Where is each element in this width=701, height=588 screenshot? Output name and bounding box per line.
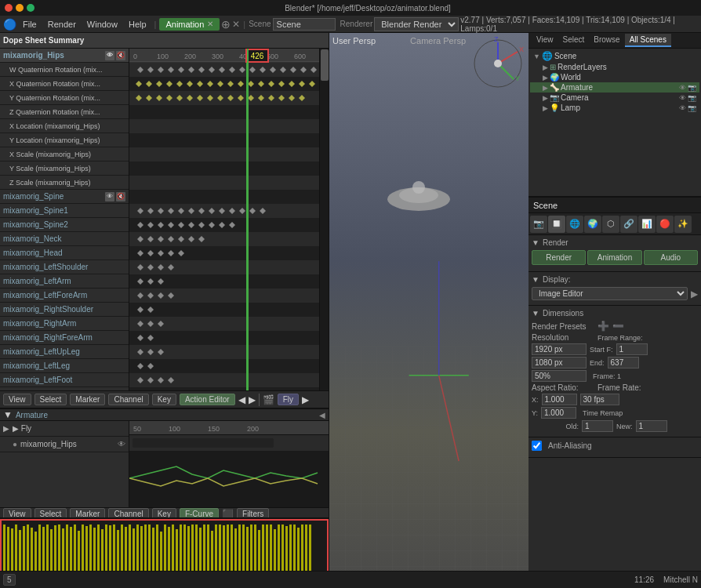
fly-btn[interactable]: Fly: [278, 394, 299, 405]
props-tab-data[interactable]: 📊: [638, 216, 656, 233]
nla-track-fly[interactable]: [129, 435, 329, 451]
ds-marker-btn[interactable]: Marker: [70, 394, 105, 405]
preset-add-icon[interactable]: ➕: [597, 321, 609, 332]
ae-next-icon[interactable]: ▶: [249, 394, 256, 405]
add-workspace-icon[interactable]: ⊕: [221, 18, 231, 31]
nla-tracks[interactable]: 50 100 150 200: [129, 421, 329, 507]
close-workspace-icon[interactable]: ✕: [232, 19, 240, 30]
props-tab-particles[interactable]: ✨: [674, 216, 692, 233]
menu-render[interactable]: Render: [43, 18, 81, 31]
animation-btn[interactable]: Animation: [587, 250, 641, 265]
blender-icon[interactable]: 🔵: [3, 18, 16, 31]
preset-remove-icon[interactable]: ➖: [612, 321, 624, 332]
tree-armature[interactable]: ▶ 🦴 Armature 👁 📷: [530, 82, 699, 93]
vis2-icon[interactable]: 👁: [105, 192, 114, 201]
ds-row-leftfoot[interactable]: mixamorig_LeftFoot: [0, 373, 129, 387]
fly-expand-icon[interactable]: ▶: [302, 394, 309, 405]
otab-browse[interactable]: Browse: [589, 34, 624, 47]
ds-row-spine[interactable]: mixamorig_Spine 👁 🔇: [0, 190, 129, 204]
otab-view[interactable]: View: [532, 34, 558, 47]
camera-render-icon[interactable]: 📷: [688, 94, 696, 102]
camera-vis-icon[interactable]: 👁: [679, 94, 686, 102]
ds-select-btn[interactable]: Select: [35, 394, 67, 405]
new-input[interactable]: [636, 420, 667, 432]
frame-end-input[interactable]: [608, 357, 639, 368]
scrollbar-thumb[interactable]: [321, 49, 329, 81]
ds-view-btn[interactable]: View: [3, 394, 31, 405]
res-y-input[interactable]: [532, 357, 587, 368]
aa-checkbox[interactable]: [532, 441, 542, 451]
props-tab-render[interactable]: 🔲: [548, 216, 565, 233]
nla-vis-icon[interactable]: 👁: [118, 440, 125, 448]
frame-indicator-box[interactable]: 426: [245, 49, 269, 63]
ae-prev-icon[interactable]: ◀: [238, 394, 245, 405]
ds-key-btn[interactable]: Key: [152, 394, 176, 405]
version-btn[interactable]: 5: [3, 574, 16, 586]
ds-row-leftforearm[interactable]: mixamorig_LeftForeArm: [0, 289, 129, 303]
nla-row-fly[interactable]: ▶ ▶ Fly: [0, 421, 129, 437]
nla-expand-icon[interactable]: ▼: [3, 409, 13, 420]
lamp-vis-icon[interactable]: 👁: [679, 104, 686, 112]
lamp-render-icon[interactable]: 📷: [688, 104, 696, 112]
props-tab-camera[interactable]: 📷: [530, 216, 547, 233]
fcurve-area[interactable]: [129, 451, 329, 507]
viewport-3d[interactable]: X Y Z User Persp Camera Persp (426) Arma…: [329, 33, 528, 588]
res-x-input[interactable]: [532, 343, 587, 355]
res-pct-input[interactable]: [532, 370, 587, 382]
tree-scene[interactable]: ▼ 🌐 Scene: [530, 50, 699, 62]
window-controls[interactable]: [5, 4, 35, 12]
aa-title[interactable]: Anti-Aliasing: [532, 441, 698, 451]
menu-help[interactable]: Help: [124, 18, 151, 31]
tree-camera[interactable]: ▶ 📷 Camera 👁 📷: [530, 93, 699, 103]
dopesheet-scrollbar[interactable]: [319, 49, 329, 390]
tree-world[interactable]: ▶ 🌍 World: [530, 72, 699, 82]
scene-input[interactable]: [273, 18, 336, 31]
nla-block[interactable]: [133, 438, 274, 448]
minimize-button[interactable]: [16, 4, 24, 12]
frame-start-input[interactable]: [616, 343, 648, 355]
nla-close-icon[interactable]: ◀: [319, 411, 325, 419]
fps-input[interactable]: [580, 394, 619, 405]
workspace-animation-tab[interactable]: Animation ✕: [159, 18, 220, 31]
props-tab-constraints[interactable]: 🔗: [620, 216, 637, 233]
aspect-y-input[interactable]: [541, 407, 576, 419]
props-tab-world[interactable]: 🌍: [584, 216, 601, 233]
tree-lamp[interactable]: ▶ 💡 Lamp 👁 📷: [530, 103, 699, 113]
ds-row-rightarm[interactable]: mixamorig_RightArm: [0, 317, 129, 331]
ds-row-rightforearm[interactable]: mixamorig_RightForeArm: [0, 331, 129, 345]
ds-row-neck[interactable]: mixamorig_Neck: [0, 232, 129, 246]
workspace-close-icon[interactable]: ✕: [207, 20, 213, 28]
dopesheet-tracks[interactable]: 0 100 200 300 400 500 600 700 426: [129, 49, 329, 390]
props-tab-scene[interactable]: 🌐: [566, 216, 583, 233]
armature-render-icon[interactable]: 📷: [688, 84, 696, 92]
display-expand-icon[interactable]: ▶: [691, 289, 698, 299]
ds-channel-btn[interactable]: Channel: [108, 394, 148, 405]
visibility-icon[interactable]: 👁: [105, 51, 114, 60]
timeline-content[interactable]: // Generate bars inline - will be replac…: [0, 519, 329, 574]
armature-vis-icon[interactable]: 👁: [679, 84, 686, 92]
ds-row-hips[interactable]: mixamorig_Hips 👁 🔇: [0, 49, 129, 63]
props-tab-object[interactable]: ⬡: [602, 216, 619, 233]
menu-file[interactable]: File: [18, 18, 42, 31]
display-title[interactable]: ▼ Display:: [532, 275, 698, 284]
otab-allscenes[interactable]: All Scenes: [625, 34, 671, 47]
maximize-button[interactable]: [27, 4, 35, 12]
aspect-x-input[interactable]: [542, 394, 577, 405]
ds-row-leftupleg[interactable]: mixamorig_LeftUpLeg: [0, 345, 129, 359]
ds-row-leftleg[interactable]: mixamorig_LeftLeg: [0, 359, 129, 373]
ds-row-spine2[interactable]: mixamorig_Spine2: [0, 218, 129, 232]
menu-window[interactable]: Window: [82, 18, 122, 31]
ds-row-head[interactable]: mixamorig_Head: [0, 246, 129, 260]
render-btn[interactable]: Render: [532, 250, 586, 265]
renderer-select[interactable]: Blender Render Cycles Render: [374, 17, 459, 31]
ds-row-leftshoulder[interactable]: mixamorig_LeftShoulder: [0, 260, 129, 274]
ds-row-spine1[interactable]: mixamorig_Spine1: [0, 204, 129, 218]
mute-icon[interactable]: 🔇: [116, 51, 125, 60]
nla-row-hips[interactable]: ● mixamorig_Hips 👁: [0, 437, 129, 452]
render-section-title[interactable]: ▼ Render: [532, 238, 698, 247]
tree-renderlayers[interactable]: ▶ ⊞ RenderLayers: [530, 62, 699, 72]
action-editor-btn[interactable]: Action Editor: [180, 394, 235, 405]
dimensions-title[interactable]: ▼ Dimensions: [532, 309, 698, 318]
mut2-icon[interactable]: 🔇: [116, 192, 125, 201]
audio-render-btn[interactable]: Audio: [644, 250, 698, 265]
